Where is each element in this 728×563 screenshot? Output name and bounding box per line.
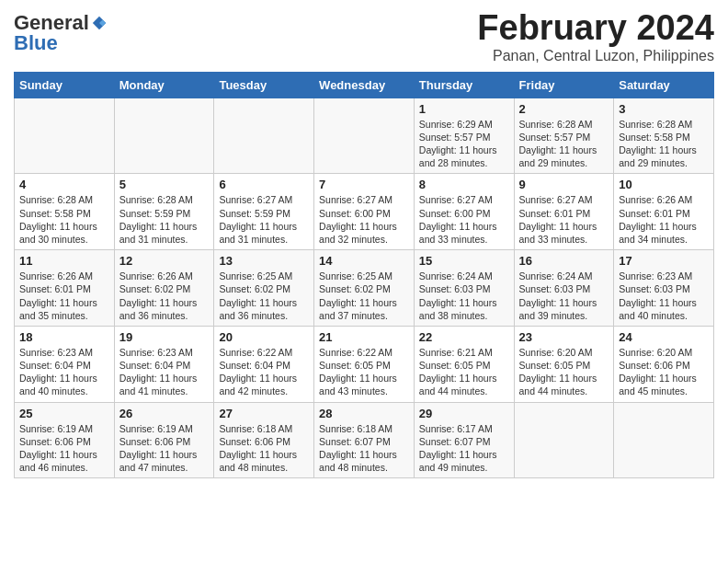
calendar-cell: 11Sunrise: 6:26 AMSunset: 6:01 PMDayligh… [15, 250, 115, 327]
day-number: 28 [319, 407, 409, 420]
day-number: 17 [619, 254, 709, 268]
day-number: 12 [119, 254, 210, 268]
day-info: Sunrise: 6:23 AMSunset: 6:04 PMDaylight:… [19, 346, 109, 398]
day-info: Sunrise: 6:27 AMSunset: 6:01 PMDaylight:… [519, 193, 609, 246]
day-number: 21 [319, 330, 409, 344]
calendar-cell: 23Sunrise: 6:20 AMSunset: 6:05 PMDayligh… [514, 326, 614, 402]
calendar-cell [15, 98, 115, 174]
day-info: Sunrise: 6:20 AMSunset: 6:05 PMDaylight:… [519, 346, 609, 398]
logo-general: General [14, 13, 89, 33]
calendar-cell: 19Sunrise: 6:23 AMSunset: 6:04 PMDayligh… [114, 326, 214, 402]
calendar-cell [114, 98, 214, 174]
calendar-cell: 10Sunrise: 6:26 AMSunset: 6:01 PMDayligh… [614, 174, 714, 250]
calendar-cell: 24Sunrise: 6:20 AMSunset: 6:06 PMDayligh… [614, 326, 714, 402]
calendar-week-row: 4Sunrise: 6:28 AMSunset: 5:58 PMDaylight… [15, 174, 714, 250]
day-info: Sunrise: 6:27 AMSunset: 5:59 PMDaylight:… [219, 193, 309, 246]
calendar-header-row: SundayMondayTuesdayWednesdayThursdayFrid… [15, 72, 714, 98]
day-info: Sunrise: 6:28 AMSunset: 5:57 PMDaylight:… [519, 118, 609, 170]
day-info: Sunrise: 6:20 AMSunset: 6:06 PMDaylight:… [619, 346, 709, 398]
weekday-header: Sunday [15, 72, 115, 98]
weekday-header: Monday [114, 72, 214, 98]
day-number: 7 [319, 178, 409, 191]
day-number: 11 [19, 254, 109, 268]
calendar-cell: 18Sunrise: 6:23 AMSunset: 6:04 PMDayligh… [15, 326, 115, 402]
day-info: Sunrise: 6:28 AMSunset: 5:59 PMDaylight:… [119, 193, 210, 246]
day-number: 24 [619, 330, 709, 344]
calendar-week-row: 1Sunrise: 6:29 AMSunset: 5:57 PMDaylight… [15, 98, 714, 174]
logo-icon [91, 15, 108, 31]
calendar-cell: 9Sunrise: 6:27 AMSunset: 6:01 PMDaylight… [514, 174, 614, 250]
calendar-cell: 16Sunrise: 6:24 AMSunset: 6:03 PMDayligh… [514, 250, 614, 327]
calendar-week-row: 25Sunrise: 6:19 AMSunset: 6:06 PMDayligh… [15, 402, 714, 478]
calendar-cell: 20Sunrise: 6:22 AMSunset: 6:04 PMDayligh… [214, 326, 314, 402]
calendar-cell: 29Sunrise: 6:17 AMSunset: 6:07 PMDayligh… [414, 402, 514, 478]
day-info: Sunrise: 6:21 AMSunset: 6:05 PMDaylight:… [419, 346, 509, 398]
day-info: Sunrise: 6:29 AMSunset: 5:57 PMDaylight:… [419, 118, 509, 170]
day-number: 23 [519, 330, 609, 344]
calendar-cell [614, 402, 714, 478]
calendar-body: 1Sunrise: 6:29 AMSunset: 5:57 PMDaylight… [15, 98, 714, 477]
day-number: 3 [619, 102, 709, 116]
calendar-cell: 7Sunrise: 6:27 AMSunset: 6:00 PMDaylight… [314, 174, 415, 250]
weekday-header: Tuesday [214, 72, 314, 98]
calendar-cell: 14Sunrise: 6:25 AMSunset: 6:02 PMDayligh… [314, 250, 415, 327]
calendar-cell [314, 98, 415, 174]
day-info: Sunrise: 6:25 AMSunset: 6:02 PMDaylight:… [219, 270, 309, 322]
day-info: Sunrise: 6:23 AMSunset: 6:03 PMDaylight:… [619, 270, 709, 322]
calendar-cell: 27Sunrise: 6:18 AMSunset: 6:06 PMDayligh… [214, 402, 314, 478]
day-number: 15 [419, 254, 509, 268]
calendar-cell: 13Sunrise: 6:25 AMSunset: 6:02 PMDayligh… [214, 250, 314, 327]
day-info: Sunrise: 6:18 AMSunset: 6:07 PMDaylight:… [319, 422, 409, 475]
day-info: Sunrise: 6:26 AMSunset: 6:01 PMDaylight:… [19, 270, 109, 322]
calendar-cell: 26Sunrise: 6:19 AMSunset: 6:06 PMDayligh… [114, 402, 214, 478]
day-number: 25 [19, 407, 109, 420]
day-info: Sunrise: 6:26 AMSunset: 6:01 PMDaylight:… [619, 193, 709, 246]
day-number: 26 [119, 407, 210, 420]
day-number: 5 [119, 178, 210, 191]
weekday-header: Wednesday [314, 72, 415, 98]
weekday-header: Saturday [614, 72, 714, 98]
day-info: Sunrise: 6:19 AMSunset: 6:06 PMDaylight:… [119, 422, 210, 475]
day-number: 18 [19, 330, 109, 344]
calendar-cell: 22Sunrise: 6:21 AMSunset: 6:05 PMDayligh… [414, 326, 514, 402]
day-number: 19 [119, 330, 210, 344]
day-info: Sunrise: 6:22 AMSunset: 6:05 PMDaylight:… [319, 346, 409, 398]
weekday-header: Thursday [414, 72, 514, 98]
calendar-cell: 6Sunrise: 6:27 AMSunset: 5:59 PMDaylight… [214, 174, 314, 250]
day-info: Sunrise: 6:23 AMSunset: 6:04 PMDaylight:… [119, 346, 210, 398]
calendar-cell: 21Sunrise: 6:22 AMSunset: 6:05 PMDayligh… [314, 326, 415, 402]
calendar-cell: 5Sunrise: 6:28 AMSunset: 5:59 PMDaylight… [114, 174, 214, 250]
day-number: 29 [419, 407, 509, 420]
logo-blue: Blue [14, 33, 58, 53]
calendar-cell: 3Sunrise: 6:28 AMSunset: 5:58 PMDaylight… [614, 98, 714, 174]
day-number: 22 [419, 330, 509, 344]
day-info: Sunrise: 6:27 AMSunset: 6:00 PMDaylight:… [419, 193, 509, 246]
day-info: Sunrise: 6:18 AMSunset: 6:06 PMDaylight:… [219, 422, 309, 475]
day-info: Sunrise: 6:28 AMSunset: 5:58 PMDaylight:… [19, 193, 109, 246]
page-subtitle: Panan, Central Luzon, Philippines [477, 48, 714, 64]
day-number: 1 [419, 102, 509, 116]
day-number: 16 [519, 254, 609, 268]
day-info: Sunrise: 6:27 AMSunset: 6:00 PMDaylight:… [319, 193, 409, 246]
calendar-cell: 1Sunrise: 6:29 AMSunset: 5:57 PMDaylight… [414, 98, 514, 174]
day-number: 14 [319, 254, 409, 268]
day-info: Sunrise: 6:17 AMSunset: 6:07 PMDaylight:… [419, 422, 509, 475]
day-info: Sunrise: 6:24 AMSunset: 6:03 PMDaylight:… [419, 270, 509, 322]
calendar-cell: 15Sunrise: 6:24 AMSunset: 6:03 PMDayligh… [414, 250, 514, 327]
calendar-cell: 12Sunrise: 6:26 AMSunset: 6:02 PMDayligh… [114, 250, 214, 327]
day-number: 9 [519, 178, 609, 191]
logo: General Blue [14, 13, 108, 53]
weekday-header: Friday [514, 72, 614, 98]
day-number: 20 [219, 330, 309, 344]
day-info: Sunrise: 6:24 AMSunset: 6:03 PMDaylight:… [519, 270, 609, 322]
page-title: February 2024 [477, 9, 714, 48]
day-number: 13 [219, 254, 309, 268]
day-info: Sunrise: 6:26 AMSunset: 6:02 PMDaylight:… [119, 270, 210, 322]
day-number: 8 [419, 178, 509, 191]
calendar-cell: 8Sunrise: 6:27 AMSunset: 6:00 PMDaylight… [414, 174, 514, 250]
day-info: Sunrise: 6:28 AMSunset: 5:58 PMDaylight:… [619, 118, 709, 170]
page-header: General Blue February 2024 Panan, Centra… [14, 9, 714, 64]
calendar-cell [514, 402, 614, 478]
day-number: 2 [519, 102, 609, 116]
calendar-cell: 4Sunrise: 6:28 AMSunset: 5:58 PMDaylight… [15, 174, 115, 250]
